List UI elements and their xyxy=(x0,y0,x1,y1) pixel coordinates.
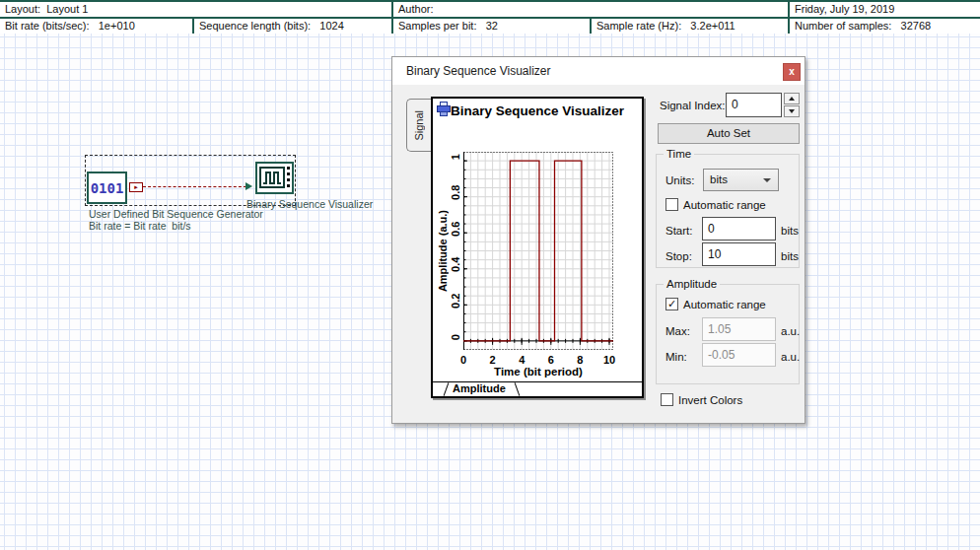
header-row-1: Layout: Layout 1 Author: Friday, July 19… xyxy=(0,0,980,19)
chart-panel: Binary Sequence Visualizer Amplitude (a.… xyxy=(431,97,644,398)
x-tick-label: 6 xyxy=(548,354,554,366)
signal-index-stepper[interactable] xyxy=(784,93,800,117)
start-label: Start: xyxy=(665,225,692,237)
signal-index-input[interactable]: 0 xyxy=(726,93,782,117)
y-tick-label: 1 xyxy=(450,154,461,160)
time-automatic-range-label: Automatic range xyxy=(683,199,766,211)
chart-title: Binary Sequence Visualizer xyxy=(433,103,642,118)
units-label: Units: xyxy=(665,174,694,186)
port-dots-icon xyxy=(287,167,290,187)
min-unit: a.u. xyxy=(781,351,800,363)
max-label: Max: xyxy=(665,325,690,337)
bit-rate-cell: Bit rate (bits/sec): 1e+010 xyxy=(0,19,194,34)
sample-rate-cell: Sample rate (Hz): 3.2e+011 xyxy=(592,19,790,34)
chevron-down-icon xyxy=(763,178,771,182)
y-tick-label: 0.2 xyxy=(450,294,461,309)
author-cell: Author: xyxy=(393,2,790,17)
layout-name-cell: Layout: Layout 1 xyxy=(0,2,393,17)
tab-amplitude-label: Amplitude xyxy=(453,382,506,394)
dialog-titlebar[interactable]: Binary Sequence Visualizer x xyxy=(392,57,805,85)
max-unit: a.u. xyxy=(781,325,800,337)
y-tick-label: 0.8 xyxy=(450,185,461,200)
stop-unit: bits xyxy=(781,250,799,262)
connection-wire xyxy=(143,186,246,187)
binary-sequence-visualizer-dialog: Binary Sequence Visualizer x Signal Bina… xyxy=(391,56,805,424)
invert-colors-checkbox[interactable] xyxy=(661,393,673,406)
y-tick-label: 0 xyxy=(450,334,461,340)
x-tick-label: 4 xyxy=(519,354,525,366)
visualizer-label: Binary Sequence Visualizer xyxy=(246,198,373,210)
visualizer-input-port[interactable] xyxy=(245,182,252,190)
start-input[interactable]: 0 xyxy=(702,217,776,241)
time-group: Time Units: bits Automatic range Start: … xyxy=(656,154,800,268)
tab-signal-label: Signal xyxy=(413,110,425,141)
amplitude-automatic-range-label: Automatic range xyxy=(683,299,766,310)
stop-input[interactable]: 10 xyxy=(702,242,776,266)
samples-per-bit-cell: Samples per bit: 32 xyxy=(393,19,592,34)
max-input: 1.05 xyxy=(702,317,776,341)
units-select[interactable]: bits xyxy=(703,169,779,191)
x-tick-label: 8 xyxy=(577,354,583,366)
tab-signal[interactable]: Signal xyxy=(406,99,431,152)
x-tick-label: 0 xyxy=(460,354,466,366)
y-axis-title: Amplitude (a.u.) xyxy=(436,152,450,350)
bit-sequence-generator-component[interactable]: 0101 xyxy=(87,172,127,204)
binary-sequence-plot xyxy=(463,152,613,350)
amplitude-group-title: Amplitude xyxy=(664,278,720,290)
sequence-length-cell: Sequence length (bits): 1024 xyxy=(194,19,393,34)
layout-header: Layout: Layout 1 Author: Friday, July 19… xyxy=(0,0,980,35)
stop-label: Stop: xyxy=(665,250,692,262)
generator-label-line1: User Defined Bit Sequence Generator xyxy=(89,208,263,220)
auto-set-button[interactable]: Auto Set xyxy=(658,123,800,144)
date-cell: Friday, July 19, 2019 xyxy=(790,2,980,17)
number-of-samples-cell: Number of samples: 32768 xyxy=(790,19,980,34)
close-icon[interactable]: x xyxy=(783,63,801,81)
time-automatic-range-checkbox[interactable] xyxy=(665,198,678,211)
spin-down-icon[interactable] xyxy=(784,105,800,117)
generator-label-line2: Bit rate = Bit rate bit/s xyxy=(89,220,191,232)
generator-output-port[interactable]: ▸ xyxy=(129,182,143,192)
binary-sequence-visualizer-component[interactable] xyxy=(255,162,294,194)
y-tick-label: 0.6 xyxy=(450,222,461,237)
min-input: -0.05 xyxy=(702,343,776,367)
plot-area xyxy=(463,152,613,350)
invert-colors-label: Invert Colors xyxy=(678,394,742,406)
signal-index-label: Signal Index: xyxy=(660,100,726,111)
x-tick-label: 10 xyxy=(603,354,615,366)
x-tick-label: 2 xyxy=(490,354,496,366)
amplitude-group: Amplitude Automatic range Max: 1.05 a.u.… xyxy=(656,284,800,384)
start-unit: bits xyxy=(781,225,799,237)
time-group-title: Time xyxy=(664,148,694,160)
binary-digits-icon: 0101 xyxy=(91,180,124,196)
min-label: Min: xyxy=(665,351,687,363)
x-axis-title: Time (bit period) xyxy=(463,366,613,378)
dialog-title: Binary Sequence Visualizer xyxy=(406,64,551,78)
y-tick-label: 0.4 xyxy=(450,257,461,272)
tab-amplitude[interactable]: Amplitude xyxy=(443,382,518,396)
spin-up-icon[interactable] xyxy=(784,93,800,104)
amplitude-automatic-range-checkbox[interactable] xyxy=(665,298,678,310)
units-value: bits xyxy=(710,173,728,185)
